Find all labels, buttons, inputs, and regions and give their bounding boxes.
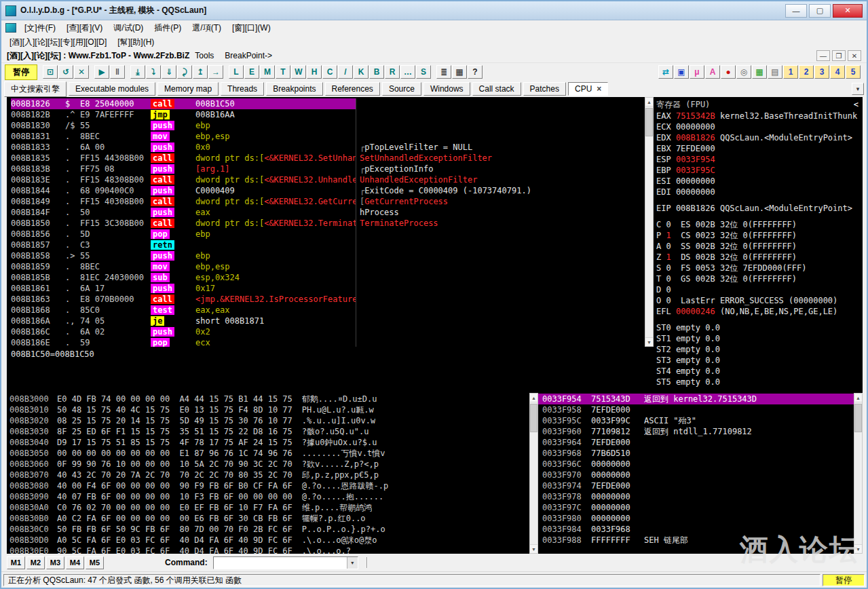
hexdump-row[interactable]: 008B307040 43 2C 70 20 7A 2C 70 70 2C 2C… (10, 470, 527, 480)
call-stack-window-button[interactable]: K (354, 65, 369, 79)
macro-button-m5[interactable]: M5 (86, 556, 104, 569)
step-over-button[interactable]: ⤵ (146, 65, 161, 79)
register-line[interactable]: EBX 7EFDE000 (656, 143, 860, 154)
menu-item[interactable]: 插件(P) (149, 21, 187, 35)
menu-item[interactable]: [酒][入][论][坛][专][用][O][D] (4, 35, 112, 50)
register-line[interactable]: ECX 00000000 (656, 121, 860, 132)
register-line[interactable]: C 0 ES 002B 32位 0(FFFFFFFF) (656, 219, 860, 230)
scroll-up-icon[interactable]: ▲ (854, 394, 862, 402)
patches-window-button[interactable]: / (338, 65, 353, 79)
scroll-up-icon[interactable]: ▲ (645, 98, 653, 107)
tab-references[interactable]: References (325, 82, 380, 96)
close-button[interactable]: ✕ (833, 4, 863, 18)
hexdump-scrollbar[interactable]: ▲ ▼ (529, 393, 538, 554)
register-line[interactable]: ST2 empty 0.0 (656, 344, 860, 355)
plugin-4-button[interactable]: 4 (830, 65, 845, 79)
tab-patches[interactable]: Patches (523, 82, 566, 96)
disasm-row[interactable]: 008B1844.68 090400C0pushC0000409┌ExitCod… (11, 185, 645, 196)
plugin-menu-item[interactable]: BreakPoint-> (219, 50, 278, 62)
disasm-row[interactable]: 008B186E.59popecx (11, 337, 645, 347)
menu-item[interactable]: [幫][助](H) (112, 35, 159, 50)
disasm-row[interactable]: 008B1857.C3retn (11, 240, 645, 250)
maximize-button[interactable]: ▢ (809, 4, 831, 18)
plugin-window-button[interactable]: ▣ (674, 65, 689, 79)
disasm-row[interactable]: 008B1833.6A 00push0x0┌pTopLevelFilter = … (11, 142, 645, 153)
source-window-button[interactable]: S (416, 65, 431, 79)
disasm-row[interactable]: 008B1831.8BECmovebp,esp (11, 131, 645, 142)
minimize-button[interactable]: — (785, 4, 807, 18)
plugin-swap-button[interactable]: ⇄ (658, 65, 673, 79)
breakpoints-window-button[interactable]: B (369, 65, 384, 79)
disasm-row[interactable]: 008B1835.FF15 44308B00calldword ptr ds:[… (11, 153, 645, 164)
plugin-1-button[interactable]: 1 (783, 65, 798, 79)
disasm-row[interactable]: 008B186A.,74 05jeshort 008B1871 (11, 316, 645, 326)
log-window-button[interactable]: L (229, 65, 244, 79)
disassembly-scrollbar[interactable]: ▲ ▼ (645, 97, 654, 347)
stack-row[interactable]: 0033F988FFFFFFFFSEH 链尾部 (538, 535, 854, 546)
stack-row[interactable]: 0033F95C0033F99CASCII "殆3" (538, 415, 854, 426)
help-button[interactable]: ? (468, 65, 483, 79)
collapse-icon[interactable]: < (854, 98, 860, 111)
disasm-row[interactable]: 008B184F.50pusheaxhProcess (11, 207, 645, 218)
combo-dropdown-icon[interactable]: ▾ (347, 557, 358, 569)
scrollbar-thumb[interactable] (645, 108, 653, 136)
register-line[interactable]: ESP 0033F954 (656, 154, 860, 165)
execute-till-return-button[interactable]: ↥ (193, 65, 208, 79)
register-line[interactable]: EDI 00000000 (656, 187, 860, 197)
stack-row[interactable]: 0033F96877B6D510 (538, 448, 854, 459)
scroll-down-icon[interactable]: ▼ (530, 544, 537, 553)
tab-close-icon[interactable]: × (597, 84, 601, 94)
scroll-down-icon[interactable]: ▼ (854, 544, 862, 553)
register-line[interactable]: EDX 008B1826 QQScLaun.<ModuleEntryPoint> (656, 132, 860, 143)
plugin-record-button[interactable]: ● (721, 65, 736, 79)
stack-row[interactable]: 0033F97800000000 (538, 491, 854, 502)
macro-button-m3[interactable]: M3 (46, 556, 64, 569)
tab-executable-modules[interactable]: Executable modules (69, 82, 155, 96)
pause-button[interactable]: ‖ (110, 65, 125, 79)
stack-pane[interactable]: 0033F9547515343D返回到 kernel32.7515343D003… (538, 393, 854, 554)
disasm-row[interactable]: 008B185B.81EC 24030000subesp,0x324 (11, 272, 645, 283)
plugin-target-button[interactable]: ◎ (736, 65, 751, 79)
tab-memory-map[interactable]: Memory map (157, 82, 219, 96)
tab-source[interactable]: Source (382, 82, 421, 96)
register-line[interactable]: EFL 00000246 (NO,NB,E,BE,NS,PE,GE,LE) (656, 306, 860, 317)
close-program-button[interactable]: ✕ (74, 65, 89, 79)
stack-row[interactable]: 0033F9840033F968 (538, 524, 854, 535)
menu-item[interactable]: 選/項(T) (187, 21, 227, 35)
info-pane[interactable]: 008B1C50=008B1C50 (7, 347, 654, 393)
hexdump-row[interactable]: 008B30308F 25 ED 6F F1 15 15 75 35 51 15… (10, 426, 527, 437)
tab-threads[interactable]: Threads (221, 82, 264, 96)
plugin-menu-item[interactable]: Tools (189, 50, 219, 62)
register-line[interactable]: Z 1 DS 002B 32位 0(FFFFFFFF) (656, 252, 860, 263)
hexdump-row[interactable]: 008B309040 07 FB 6F 00 00 00 00 10 F3 FB… (10, 491, 527, 502)
command-combobox[interactable]: ▾ (213, 556, 358, 569)
disasm-row[interactable]: 008B1850.FF15 3C308B00calldword ptr ds:[… (11, 218, 645, 229)
macro-button-m4[interactable]: M4 (66, 556, 84, 569)
hexdump-row[interactable]: 008B30C050 FB FB 6F 50 9C FB 6F 80 7D 00… (10, 524, 527, 535)
hexdump-row[interactable]: 008B30600F 99 90 76 10 00 00 00 10 5A 2C… (10, 459, 527, 470)
register-line[interactable]: ESI 00000000 (656, 176, 860, 187)
memory-window-button[interactable]: M (260, 65, 275, 79)
tab-breakpoints[interactable]: Breakpoints (266, 82, 322, 96)
disassembly-pane[interactable]: 008B1826$E8 25040000call008B1C50008B182B… (7, 97, 645, 347)
scrollbar-thumb[interactable] (530, 404, 537, 432)
register-line[interactable]: D 0 (656, 284, 860, 295)
hexdump-row[interactable]: 008B3000E0 4D FB 74 00 00 00 00 A4 44 15… (10, 394, 527, 404)
mdi-close-button[interactable]: ✕ (848, 50, 861, 61)
disasm-row[interactable]: 008B186C.6A 02push0x2 (11, 326, 645, 337)
options-button[interactable]: ≣ (436, 65, 451, 79)
menu-item[interactable]: [窗][口](W) (227, 21, 276, 35)
hexdump-row[interactable]: 008B30E090 5C FA 6F E0 03 FC 6F 40 D4 FA… (10, 546, 527, 554)
mdi-minimize-button[interactable]: — (816, 50, 830, 61)
threads-window-button[interactable]: T (276, 65, 290, 79)
stack-scrollbar[interactable]: ▲ ▼ (854, 393, 863, 554)
hexdump-row[interactable]: 008B305000 00 00 00 00 00 00 00 E1 87 96… (10, 448, 527, 459)
register-line[interactable]: P 1 CS 0023 32位 0(FFFFFFFF) (656, 230, 860, 241)
tab-call-stack[interactable]: Call stack (472, 82, 521, 96)
register-line[interactable]: EBP 0033F95C (656, 165, 860, 176)
command-input[interactable] (214, 557, 347, 569)
windows-window-button[interactable]: W (291, 65, 306, 79)
disasm-row[interactable]: 008B1863.E8 070B0000call<jmp.&KERNEL32.I… (11, 294, 645, 305)
disasm-row[interactable]: 008B183B.FF75 08push[arg.1]┌pExceptionIn… (11, 164, 645, 174)
references-window-button[interactable]: R (385, 65, 400, 79)
